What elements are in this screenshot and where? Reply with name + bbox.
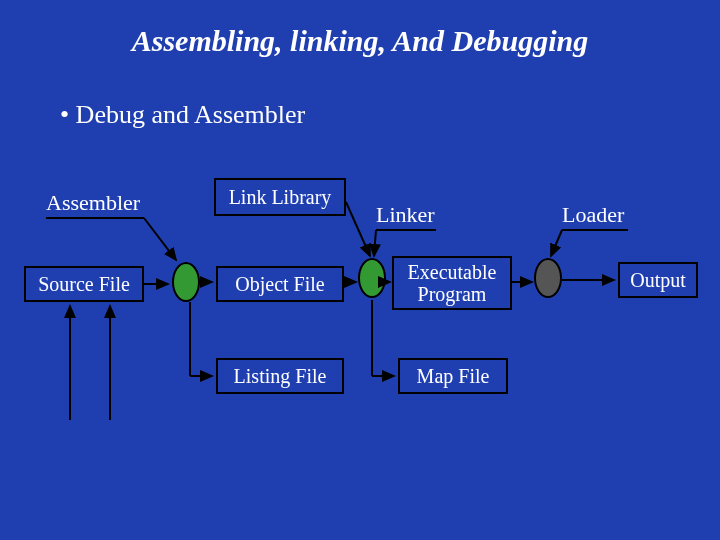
box-link-library: Link Library <box>214 178 346 216</box>
oval-assembler <box>172 262 200 302</box>
svg-line-5 <box>551 230 562 256</box>
svg-line-3 <box>374 230 376 256</box>
box-source-file: Source File <box>24 266 144 302</box>
box-object-file: Object File <box>216 266 344 302</box>
bullet-debug-assembler: • Debug and Assembler <box>60 100 305 130</box>
box-executable-program: Executable Program <box>392 256 512 310</box>
svg-line-1 <box>144 218 176 260</box>
box-output: Output <box>618 262 698 298</box>
box-map-file: Map File <box>398 358 508 394</box>
slide-title: Assembling, linking, And Debugging <box>0 24 720 58</box>
oval-loader <box>534 258 562 298</box>
oval-linker <box>358 258 386 298</box>
box-listing-file: Listing File <box>216 358 344 394</box>
svg-line-12 <box>346 202 370 256</box>
label-loader: Loader <box>562 202 624 228</box>
label-linker: Linker <box>376 202 435 228</box>
label-assembler: Assembler <box>46 190 140 216</box>
